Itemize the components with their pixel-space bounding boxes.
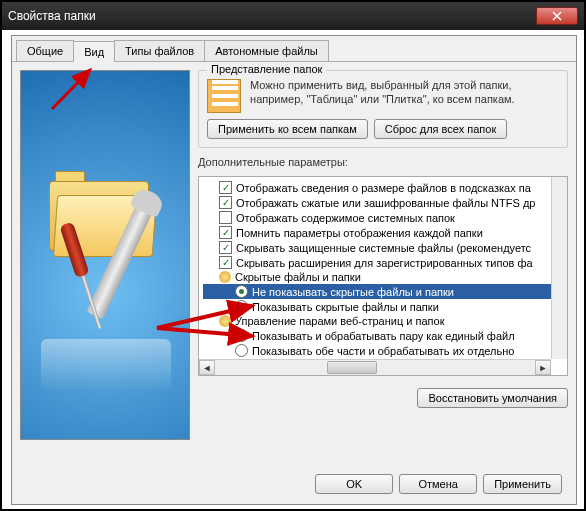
list-item[interactable]: Скрывать защищенные системные файлы (рек…: [203, 240, 564, 255]
ok-button[interactable]: OK: [315, 474, 393, 494]
list-item[interactable]: Показывать скрытые файлы и папки: [203, 299, 564, 314]
group-desc: Можно применить вид, выбранный для этой …: [250, 79, 530, 107]
tab-offline[interactable]: Автономные файлы: [204, 40, 329, 61]
scroll-left-icon[interactable]: ◄: [199, 360, 215, 375]
close-icon: [552, 11, 562, 21]
list-item[interactable]: Скрывать расширения для зарегистрированн…: [203, 255, 564, 270]
folder-views-group: Представление папок Можно применить вид,…: [198, 70, 568, 148]
tab-view[interactable]: Вид: [73, 41, 115, 62]
tab-strip: Общие Вид Типы файлов Автономные файлы: [12, 36, 576, 62]
reset-all-button[interactable]: Сброс для всех папок: [374, 119, 508, 139]
window-frame: Свойства папки Общие Вид Типы файлов Авт…: [0, 0, 586, 511]
dialog-footer: OK Отмена Применить: [315, 474, 562, 494]
apply-button[interactable]: Применить: [483, 474, 562, 494]
tab-content: Представление папок Можно применить вид,…: [12, 62, 576, 448]
right-column: Представление папок Можно применить вид,…: [198, 70, 568, 440]
restore-row: Восстановить умолчания: [198, 388, 568, 408]
group-node-icon: [219, 315, 231, 327]
group-title: Представление папок: [207, 63, 326, 75]
group-buttons: Применить ко всем папкам Сброс для всех …: [207, 119, 559, 139]
sidebar-illustration: [20, 70, 190, 440]
list-group[interactable]: Управление парами веб-страниц и папок: [203, 314, 564, 328]
horizontal-scrollbar[interactable]: ◄ ►: [199, 359, 551, 375]
checkbox-icon[interactable]: [219, 196, 232, 209]
dialog-body: Общие Вид Типы файлов Автономные файлы: [11, 35, 577, 505]
scroll-right-icon[interactable]: ►: [535, 360, 551, 375]
scroll-thumb[interactable]: [327, 361, 377, 374]
list-item-selected[interactable]: Не показывать скрытые файлы и папки: [203, 284, 564, 299]
list-item[interactable]: Показывать обе части и обрабатывать их о…: [203, 343, 564, 358]
checkbox-icon[interactable]: [219, 226, 232, 239]
scroll-track[interactable]: [215, 360, 535, 375]
radio-icon[interactable]: [235, 329, 248, 342]
titlebar-controls: [536, 7, 578, 25]
folder-views-icon: [207, 79, 241, 113]
apply-to-all-button[interactable]: Применить ко всем папкам: [207, 119, 368, 139]
checkbox-icon[interactable]: [219, 241, 232, 254]
title-bar: Свойства папки: [2, 2, 584, 30]
close-button[interactable]: [536, 7, 578, 25]
group-node-icon: [219, 271, 231, 283]
list-item[interactable]: Отображать содержимое системных папок: [203, 210, 564, 225]
window-title: Свойства папки: [8, 9, 96, 23]
tab-filetypes[interactable]: Типы файлов: [114, 40, 205, 61]
radio-icon[interactable]: [235, 285, 248, 298]
checkbox-icon[interactable]: [219, 181, 232, 194]
list-group[interactable]: Скрытые файлы и папки: [203, 270, 564, 284]
list-item[interactable]: Помнить параметры отображения каждой пап…: [203, 225, 564, 240]
advanced-settings-list[interactable]: Отображать сведения о размере файлов в п…: [198, 176, 568, 376]
radio-icon[interactable]: [235, 344, 248, 357]
restore-defaults-button[interactable]: Восстановить умолчания: [417, 388, 568, 408]
checkbox-icon[interactable]: [219, 211, 232, 224]
list-item[interactable]: Отображать сведения о размере файлов в п…: [203, 180, 564, 195]
checkbox-icon[interactable]: [219, 256, 232, 269]
list-item[interactable]: Отображать сжатые или зашифрованные файл…: [203, 195, 564, 210]
radio-icon[interactable]: [235, 300, 248, 313]
cancel-button[interactable]: Отмена: [399, 474, 477, 494]
list-item[interactable]: Показывать и обрабатывать пару как едины…: [203, 328, 564, 343]
advanced-label: Дополнительные параметры:: [198, 156, 568, 168]
vertical-scrollbar[interactable]: [551, 177, 567, 359]
tray-icon: [41, 339, 171, 389]
tab-general[interactable]: Общие: [16, 40, 74, 61]
